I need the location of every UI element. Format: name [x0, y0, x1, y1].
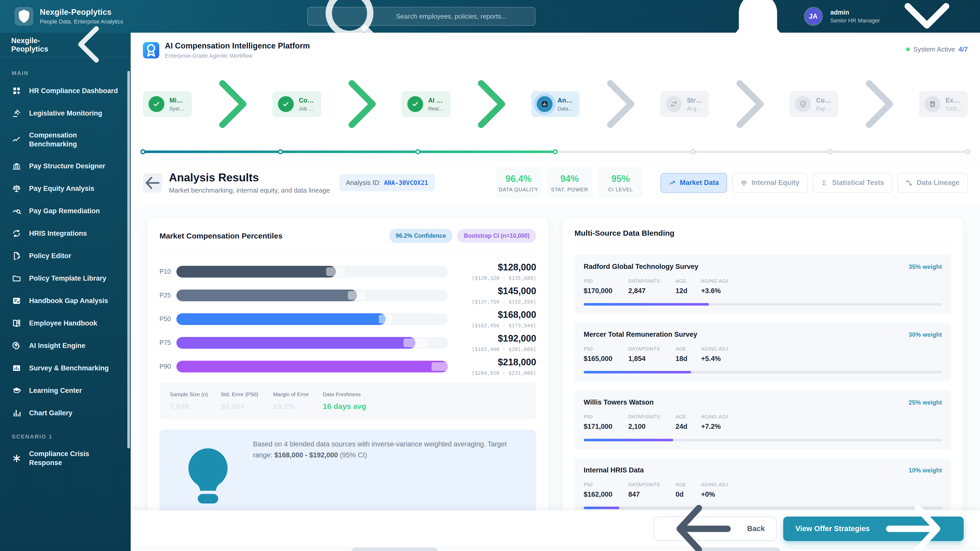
tab-label: Market Data [680, 179, 719, 187]
step-check-icon [278, 96, 294, 112]
step-strategy-selection[interactable]: Strategy Selection AI-generated strat... [660, 91, 709, 117]
workflow-titles: AI Compensation Intelligence Platform En… [165, 41, 310, 59]
sidebar-item-pay-structure-designer[interactable]: Pay Structure Designer [12, 155, 119, 177]
folder-icon [12, 273, 21, 283]
sidebar-item-compliance-crisis-response[interactable]: Compliance Crisis Response [12, 443, 119, 473]
step-mission-control[interactable]: Mission Control System overview, d... [143, 91, 192, 117]
sidebar-item-hris-integrations[interactable]: HRIS Integrations [12, 222, 119, 245]
source-stat-label: AGING ADJ. [701, 346, 942, 352]
chevron-right-icon [194, 66, 270, 142]
step-executive-summary[interactable]: Executive Summary CXO dashboard wit... [919, 91, 968, 117]
gavel-icon [12, 108, 21, 118]
metric-card: 94% STAT. POWER [548, 168, 592, 198]
sidebar-item-policy-template-library[interactable]: Policy Template Library [12, 267, 119, 289]
percentile-label: P90 [159, 363, 177, 370]
source-card-willis-towers-watson: Willis Towers Watson 25% weight P50 $171… [574, 390, 951, 449]
stat-label: Margin of Error [273, 391, 323, 397]
tab-data-lineage[interactable]: Data Lineage [897, 173, 968, 193]
step-subtitle: AI-generated strat... [687, 106, 703, 112]
page-subtitle: Enterprise-Grade Agentic Workflow [165, 52, 310, 59]
source-list: Radford Global Technology Survey 35% wei… [574, 245, 951, 517]
percentile-value: $128,000 [457, 262, 536, 273]
source-stat-cell: AGE 24d [676, 414, 701, 430]
percentile-bar [177, 266, 336, 278]
chart-bars-icon [12, 408, 21, 418]
stat-label: Std. Error (P50) [221, 391, 273, 397]
view-offer-strategies-button[interactable]: View Offer Strategies [783, 516, 964, 541]
tab-label: Data Lineage [917, 179, 959, 187]
sidebar-item-learning-center[interactable]: Learning Center [12, 380, 119, 402]
metric-label: CI LEVEL [599, 187, 642, 192]
sidebar-item-policy-editor[interactable]: Policy Editor [12, 245, 119, 267]
weight-bar-track [584, 371, 942, 373]
progress-marker [965, 149, 970, 154]
chevron-right-icon [452, 66, 529, 142]
sidebar-item-compensation-benchmarking[interactable]: Compensation Benchmarking [12, 124, 119, 155]
step-compliance-audit[interactable]: Compliance & Audit Pay equity deep di... [790, 91, 838, 117]
analysis-titles: Analysis Results Market benchmarking, in… [169, 171, 330, 194]
source-weight: 30% weight [908, 331, 942, 338]
source-stat-value: 2,100 [628, 423, 676, 430]
footer-back-button[interactable]: Back [654, 516, 776, 541]
sidebar-item-handbook-gap-analysis[interactable]: Handbook Gap Analysis [12, 289, 119, 312]
percentile-label: P75 [159, 339, 177, 346]
avatar[interactable]: JA [805, 8, 822, 25]
source-stat-label: AGING ADJ. [701, 482, 942, 487]
progress-marker [690, 149, 695, 154]
file-pen-icon [12, 251, 21, 261]
bank-icon [12, 161, 21, 171]
source-card-mercer-total-remuneration-survey: Mercer Total Remuneration Survey 30% wei… [574, 322, 951, 382]
source-stat-cell: P50 $165,000 [584, 346, 628, 363]
percentiles-title: Market Compensation Percentiles [159, 232, 283, 240]
sidebar-item-pay-gap-remediation[interactable]: Pay Gap Remediation [12, 200, 119, 222]
step-configure-input[interactable]: Configure Input Job details, candid... [272, 91, 321, 117]
step-check-icon [407, 96, 423, 112]
tab-label: Internal Equity [752, 179, 800, 187]
stat-cell: Data Freshness 16 days avg [323, 391, 526, 411]
lineage-icon [905, 179, 913, 186]
back-button[interactable] [143, 173, 162, 192]
step-ai-processing[interactable]: AI Processing Real-time agent or... [402, 91, 450, 117]
source-name: Internal HRIS Data [584, 466, 644, 474]
percentile-label: P50 [159, 315, 177, 323]
sidebar-item-hr-compliance-dashboard[interactable]: HR Compliance Dashboard [12, 79, 119, 102]
step-title: Mission Control [169, 97, 186, 104]
arrow-left-icon [665, 491, 742, 551]
sidebar-item-ai-insight-engine[interactable]: AI Insight Engine [12, 334, 119, 357]
main-area: AI Compensation Intelligence Platform En… [130, 33, 980, 551]
source-card-radford-global-technology-survey: Radford Global Technology Survey 35% wei… [574, 254, 951, 314]
footer-primary-label: View Offer Strategies [795, 524, 870, 533]
sidebar-brand: Nexgile-Peoplytics [11, 37, 61, 53]
percentiles-panel: Market Compensation Percentiles 96.2% Co… [147, 218, 549, 548]
sidebar-item-employee-handbook[interactable]: Employee Handbook [12, 312, 119, 334]
sidebar-item-legislative-monitoring[interactable]: Legislative Monitoring [12, 102, 119, 124]
source-name: Mercer Total Remuneration Survey [584, 330, 697, 338]
tab-statistical-tests[interactable]: Statistical Tests [813, 173, 892, 193]
source-stat-value: 24d [676, 423, 701, 430]
analysis-tabs: Market Data Internal Equity Statistical … [660, 173, 968, 193]
tab-internal-equity[interactable]: Internal Equity [732, 173, 808, 193]
sidebar-item-pay-equity-analysis[interactable]: Pay Equity Analysis [12, 177, 119, 200]
step-analysis-results[interactable]: Analysis Results Data lineage, benc... [531, 91, 580, 117]
content-grid: Market Compensation Percentiles 96.2% Co… [130, 206, 980, 510]
stats-box: Sample Size (n) 7,648 Std. Error (P50) $… [159, 383, 536, 419]
sidebar-item-chart-gallery[interactable]: Chart Gallery [12, 402, 119, 424]
analysis-subtitle: Market benchmarking, internal equity, an… [169, 186, 330, 194]
progress-marker [278, 149, 283, 154]
source-stat-value: 2,847 [628, 287, 676, 295]
weight-bar-track [584, 303, 942, 306]
sidebar-item-survey-benchmarking[interactable]: Survey & Benchmarking [12, 357, 119, 380]
tab-label: Statistical Tests [832, 179, 884, 187]
source-stat-cell: DATAPOINTS 2,100 [628, 414, 676, 430]
frame: Nexgile-Peoplytics MAIN HR Compliance Da… [0, 33, 980, 551]
step-subtitle: System overview, d... [169, 106, 186, 112]
global-search[interactable] [307, 7, 535, 26]
sidebar-scrollbar[interactable] [127, 71, 130, 448]
grad-cap-icon [12, 386, 21, 395]
search-input[interactable] [396, 13, 528, 21]
step-subtitle: Real-time agent or... [428, 106, 445, 112]
arrow-left-icon [143, 173, 162, 192]
step-subtitle: Job details, candid... [299, 106, 315, 112]
workflow-stepper: Mission Control System overview, d... Co… [130, 59, 980, 142]
tab-market-data[interactable]: Market Data [660, 173, 727, 193]
